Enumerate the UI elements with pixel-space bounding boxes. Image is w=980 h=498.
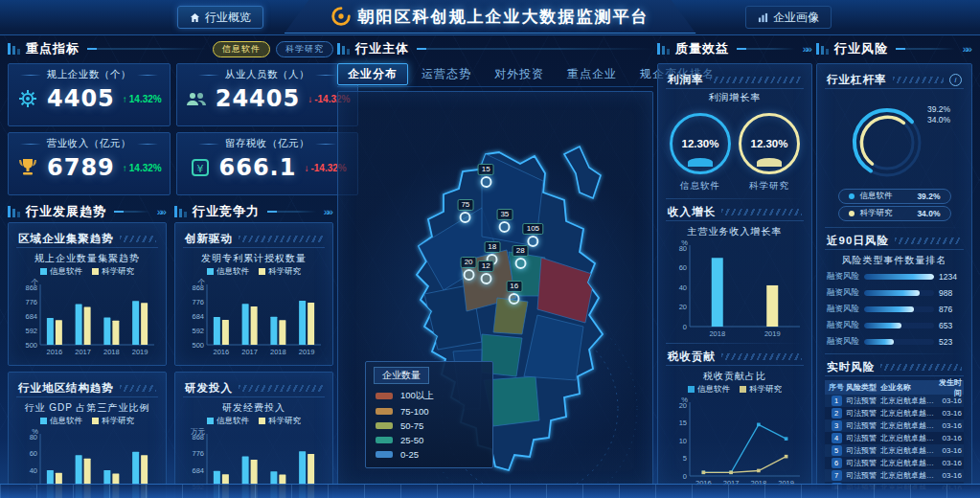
tab-2[interactable]: 运营态势 xyxy=(412,64,481,84)
filter-pill-1[interactable]: 信息软件 xyxy=(213,41,270,57)
map-legend-title: 企业数量 xyxy=(374,367,429,384)
table-row[interactable]: 3司法预警北京启航卓越科技有限公司03-16 xyxy=(825,419,964,432)
nav-enterprise-portrait[interactable]: 企业画像 xyxy=(745,6,832,29)
leverage-legend-item: 科学研究34.0% xyxy=(838,206,951,221)
leverage-legend: 信息软件39.2%科学研究34.0% xyxy=(838,187,951,223)
legend-label: 信息软件 xyxy=(860,191,912,202)
more-arrow[interactable]: »» xyxy=(155,206,167,217)
subsection-title: 实时风险 xyxy=(827,360,875,374)
cell-date: 03-16 xyxy=(937,446,962,455)
tab-1[interactable]: 企业分布 xyxy=(337,63,408,85)
svg-text:776: 776 xyxy=(192,449,204,458)
stat-value: 6789 xyxy=(47,154,115,181)
home-icon xyxy=(190,12,200,23)
pin-dot-icon xyxy=(514,258,526,269)
svg-text:776: 776 xyxy=(192,298,204,306)
map-pin[interactable]: 12 xyxy=(478,260,494,284)
map-legend-item: 0-25 xyxy=(366,447,492,462)
chart-patents: 发明专利累计授权数量信息软件科学研究500592684776868个201620… xyxy=(183,250,325,357)
svg-text:0: 0 xyxy=(683,472,687,481)
stat-value: 24405 xyxy=(216,85,301,112)
map-pin[interactable]: 105 xyxy=(523,223,543,247)
stat-value: 4405 xyxy=(47,85,115,112)
legend-label: 科学研究 xyxy=(860,208,912,219)
cell-risk-type: 司法预警 xyxy=(846,445,880,456)
legend-swatch xyxy=(376,437,393,443)
info-icon[interactable]: i xyxy=(949,74,962,86)
more-arrow[interactable]: »» xyxy=(801,43,812,55)
more-arrow[interactable]: »» xyxy=(961,43,972,55)
svg-text:5: 5 xyxy=(683,454,687,463)
chart-legend: 信息软件科学研究 xyxy=(207,266,301,278)
section-quality-header: 质量效益 »» xyxy=(657,38,812,59)
map-pin[interactable]: 20 xyxy=(461,257,477,281)
page-title: 朝阳区科创规上企业大数据监测平台 xyxy=(358,6,650,28)
map-pin[interactable]: 35 xyxy=(496,209,513,233)
svg-text:592: 592 xyxy=(25,327,37,335)
index-badge: 1 xyxy=(832,396,842,406)
table-row[interactable]: 4司法预警北京启航卓越科技有限公司03-16 xyxy=(825,432,964,444)
filter-pill-2[interactable]: 科学研究 xyxy=(276,41,333,57)
section-title: 行业风险 xyxy=(834,40,888,57)
pin-value: 75 xyxy=(457,199,473,211)
cell-date: 03-16 xyxy=(937,409,962,418)
svg-text:592: 592 xyxy=(192,327,204,335)
svg-text:39.2%: 39.2% xyxy=(927,104,951,114)
pin-dot-icon xyxy=(509,293,520,305)
tab-4[interactable]: 重点企业 xyxy=(558,64,627,84)
chart-legend: 信息软件科学研究 xyxy=(688,384,782,396)
map-legend: 企业数量 100以上75-10050-7525-500-25 xyxy=(365,361,493,468)
table-row[interactable]: 5司法预警北京启航卓越科技有限公司03-16 xyxy=(825,444,964,457)
chart-agglomeration: 规上企业数量集聚趋势信息软件科学研究500592684776868个201620… xyxy=(16,250,158,357)
hbar-fill xyxy=(864,306,914,312)
table-row[interactable]: 2司法预警北京启航卓越科技有限公司03-16 xyxy=(825,407,964,419)
hbar-fill xyxy=(864,323,901,328)
index-badge: 7 xyxy=(832,470,842,481)
hbar-value: 523 xyxy=(939,337,964,347)
legend-entry: 信息软件 xyxy=(40,416,82,427)
cell-company: 北京启航卓越科技有限公司 xyxy=(880,445,937,456)
nav-right-label: 企业画像 xyxy=(773,10,819,26)
stat-delta: ↑14.32% xyxy=(123,163,162,173)
table-row[interactable]: 6司法预警北京启航卓越科技有限公司03-16 xyxy=(825,457,964,469)
industry-trend-column: 行业发展趋势 »» 区域企业集聚趋势 规上企业数量集聚趋势信息软件科学研究500… xyxy=(8,201,167,498)
cell-risk-type: 司法预警 xyxy=(846,420,880,431)
map-pin[interactable]: 15 xyxy=(478,164,494,188)
arrow-down-icon: ↓ xyxy=(308,94,312,104)
index-badge: 5 xyxy=(832,445,842,456)
hbar-row: 融资风险1234 xyxy=(825,268,964,284)
section-title: 行业发展趋势 xyxy=(26,203,106,220)
tab-3[interactable]: 对外投资 xyxy=(485,64,554,84)
map-pin[interactable]: 16 xyxy=(506,281,522,305)
table-header-row: 序号风险类型企业名称发生时间 xyxy=(825,380,964,395)
svg-text:2016: 2016 xyxy=(214,348,230,356)
legend-value: 34.0% xyxy=(917,209,940,218)
svg-text:2018: 2018 xyxy=(103,348,120,356)
industry-body-tabs: 企业分布运营态势对外投资重点企业规企变化排名 xyxy=(337,61,653,87)
district-map-panel[interactable]: 1575351051828201216 企业数量 100以上75-10050-7… xyxy=(337,91,653,490)
legend-label: 25-50 xyxy=(400,435,423,445)
pin-dot-icon xyxy=(460,212,471,223)
subsection-header: 行业地区结构趋势 xyxy=(16,377,158,397)
title-bars-icon xyxy=(8,43,20,55)
legend-swatch xyxy=(40,418,47,424)
hbar-value: 1234 xyxy=(939,272,964,282)
pin-dot-icon xyxy=(499,221,511,233)
table-row[interactable]: 1司法预警北京启航卓越科技有限公司03-16 xyxy=(825,395,964,407)
legend-dot-icon xyxy=(849,211,855,216)
chart-title: 行业 GDP 占第三产业比例 xyxy=(24,401,149,415)
nav-industry-overview[interactable]: 行业概览 xyxy=(177,6,263,29)
subsection-header: 区域企业集聚趋势 xyxy=(16,228,158,248)
svg-text:20: 20 xyxy=(679,303,687,311)
cell-risk-type: 司法预警 xyxy=(846,458,880,468)
svg-text:2019: 2019 xyxy=(132,348,148,356)
chart-revenue-growth: 主营业务收入增长率020406080%20182019 xyxy=(666,223,804,339)
chart-title: 风险类型事件数量排名 xyxy=(825,254,964,267)
chart-legend: 信息软件科学研究 xyxy=(40,416,134,427)
map-pin[interactable]: 75 xyxy=(457,199,473,223)
table-row[interactable]: 7司法预警北京启航卓越科技有限公司03-16 xyxy=(825,469,964,482)
stat-card-tax: 留存税收（亿元） ¥ 666.1 ↓-14.32% xyxy=(176,132,359,195)
more-arrow[interactable]: »» xyxy=(322,206,333,217)
cell-date: 03-16 xyxy=(937,421,962,430)
map-pin[interactable]: 28 xyxy=(513,245,529,269)
